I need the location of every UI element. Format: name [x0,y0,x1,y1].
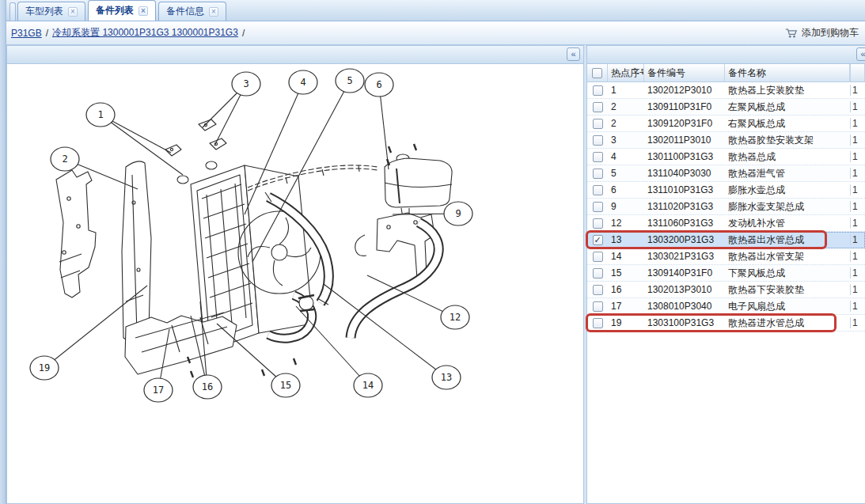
column-header-code[interactable]: 备件编号 [644,64,725,81]
table-row[interactable]: 31302011P3010散热器胶垫安装支架1 [587,132,865,149]
part-number-cell: 1301100P31G3 [644,151,725,162]
hotspot-seq-cell: 14 [608,251,644,262]
table-row[interactable]: ✓131303200P31G3散热器出水管总成1 [587,232,865,248]
row-checkbox[interactable] [593,85,603,96]
clipped-qty-cell: 1 [850,151,865,162]
row-checkbox-checked[interactable]: ✓ [593,235,603,245]
table-row[interactable]: 141303021P31G3散热器出水管支架1 [587,248,865,265]
table-row[interactable]: 91311020P31G3膨胀水壶支架总成1 [587,199,865,215]
part-number-cell: 1309120P31F0 [644,118,725,129]
table-row[interactable]: 21309120P31F0右聚风板总成1 [587,116,865,132]
row-checkbox[interactable] [593,285,603,295]
part-name-cell: 左聚风板总成 [725,100,850,114]
table-row[interactable]: 11302012P3010散热器上安装胶垫1 [587,82,865,99]
clipped-qty-cell: 1 [850,301,865,312]
row-checkbox[interactable] [593,252,603,262]
table-row[interactable]: 171308010P3040电子风扇总成1 [587,298,865,315]
row-checkbox[interactable] [593,152,603,162]
callout-number: 15 [280,380,291,391]
row-checkbox[interactable] [593,268,603,279]
table-row[interactable]: 21309110P31F0左聚风板总成1 [587,99,865,116]
close-icon[interactable]: × [138,6,148,16]
part-number-cell: 1303021P31G3 [644,251,725,262]
table-row[interactable]: 161302013P3010散热器下安装胶垫1 [587,282,865,298]
callout-number: 2 [62,153,67,165]
hotspot-seq-cell: 17 [608,301,644,312]
hotspot-seq-cell: 6 [608,184,644,195]
clipped-qty-cell: 1 [850,85,865,96]
select-all-checkbox[interactable] [592,68,602,78]
callout-number: 13 [441,372,452,383]
row-checkbox[interactable] [593,202,603,212]
table-row[interactable]: 121311060P31G3发动机补水管1 [587,215,865,232]
add-to-cart-button[interactable]: 添加到购物车 [785,26,860,40]
part-number-cell: 1302013P3010 [644,284,725,295]
part-name-cell: 散热器下安装胶垫 [725,283,850,297]
parts-table-header-row: 热点序号 备件编号 备件名称 [587,64,865,82]
clipped-qty-cell: 1 [850,267,865,279]
breadcrumb-separator: / [46,28,48,39]
row-checkbox-cell [587,85,608,96]
callout-number: 14 [362,380,374,391]
callout-leader-line [379,85,389,169]
table-row[interactable]: 151309140P31F0下聚风板总成1 [587,265,865,282]
close-icon[interactable]: × [209,7,218,17]
row-checkbox-cell [587,285,608,295]
hotspot-seq-cell: 19 [608,317,644,328]
add-to-cart-label: 添加到购物车 [802,26,859,40]
part-number-cell: 1311040P3030 [644,168,725,179]
callout-number: 19 [39,362,50,373]
tab-spare-parts-info[interactable]: 备件信息 × [158,2,226,21]
row-checkbox[interactable] [593,218,603,229]
tab-bar: 车型列表 × 备件列表 × 备件信息 × [6,0,865,21]
table-row[interactable]: 51311040P3030散热器泄气管1 [587,165,865,182]
exploded-view-diagram[interactable]: 123456912131415161719 [7,64,583,503]
parts-panel-header: « [587,46,865,64]
tab-vehicle-model-list[interactable]: 车型列表 × [17,2,85,21]
breadcrumb-root-link[interactable]: P31GB [11,28,42,39]
row-checkbox-cell [587,202,608,212]
part-name-cell: 散热器进水管总成 [725,316,850,330]
part-number-cell: 1311060P31G3 [644,218,725,229]
clipped-qty-cell: 1 [850,184,865,195]
diagram-panel-header: « [7,46,583,64]
row-checkbox[interactable] [593,119,603,129]
row-checkbox[interactable] [593,318,603,328]
row-checkbox-cell [587,119,608,129]
callout-number: 1 [97,109,103,120]
clipped-qty-cell: 1 [850,284,865,295]
row-checkbox[interactable] [593,169,603,179]
part-name-cell: 散热器总成 [725,150,850,164]
column-header-seq[interactable]: 热点序号 [608,64,644,81]
breadcrumb-toolbar: P31GB / 冷却系装置 1300001P31G3 1300001P31G3 … [6,21,865,45]
tab-strip-scroll-nub[interactable] [9,2,16,21]
breadcrumb-assembly-link[interactable]: 冷却系装置 1300001P31G3 1300001P31G3 [52,26,238,40]
row-checkbox-cell [587,268,608,279]
hotspot-seq-cell: 16 [608,284,644,295]
row-checkbox[interactable] [593,185,603,195]
row-checkbox[interactable] [593,301,603,312]
parts-table-panel: « 热点序号 备件编号 备件名称 11302012P3010散热器上安装胶垫12… [586,45,865,504]
clipped-qty-cell: 1 [850,135,865,146]
tab-spare-parts-list[interactable]: 备件列表 × [88,0,156,21]
row-checkbox[interactable] [593,135,603,146]
parts-table-body: 11302012P3010散热器上安装胶垫121309110P31F0左聚风板总… [587,82,865,332]
hotspot-seq-cell: 2 [608,118,644,129]
table-row[interactable]: 41301100P31G3散热器总成1 [587,149,865,165]
part-name-cell: 散热器泄气管 [725,167,850,180]
part-name-cell: 发动机补水管 [725,217,850,230]
hotspot-seq-cell: 13 [608,234,644,245]
part-name-cell: 电子风扇总成 [725,300,850,313]
part-number-cell: 1303200P31G3 [644,234,725,245]
table-row[interactable]: 61311010P31G3膨胀水壶总成1 [587,182,865,199]
row-checkbox[interactable] [593,102,603,112]
cart-icon [785,28,798,39]
column-header-name[interactable]: 备件名称 [725,64,850,81]
part-name-cell: 膨胀水壶支架总成 [725,200,850,214]
part-number-cell: 1311020P31G3 [644,201,725,212]
table-row[interactable]: 191303100P31G3散热器进水管总成1 [587,315,865,332]
collapse-left-panel-icon[interactable]: « [567,47,580,61]
left-collapsed-splitter[interactable] [0,0,6,504]
close-icon[interactable]: × [68,7,78,17]
collapse-right-panel-icon[interactable]: « [856,47,865,61]
